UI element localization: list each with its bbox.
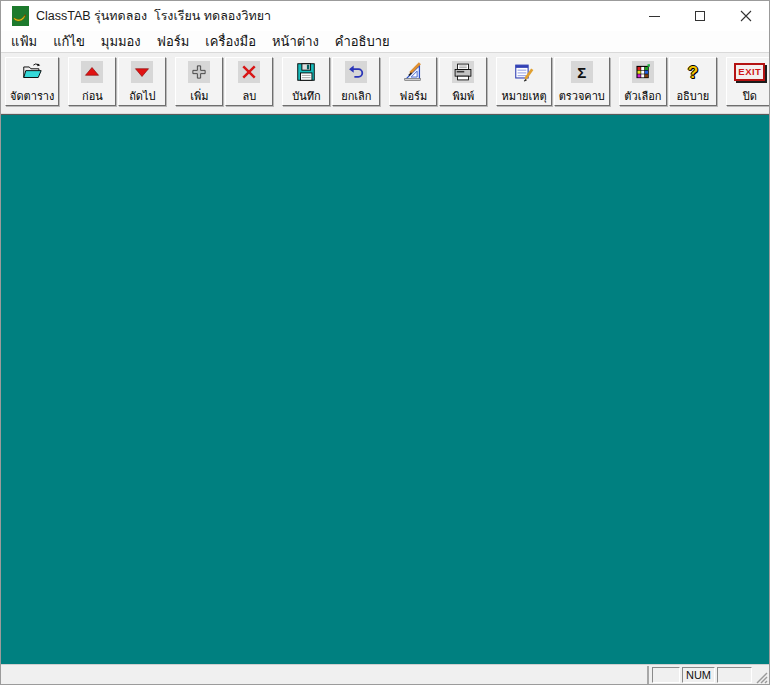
previous-button[interactable]: ก่อน — [68, 57, 116, 106]
options-button[interactable]: ตัวเลือก — [619, 57, 667, 106]
window-controls — [631, 1, 769, 31]
status-bar: NUM — [1, 664, 769, 684]
minimize-icon — [649, 16, 660, 17]
toolbar-button-label: ยกเลิก — [341, 91, 371, 103]
toolbar-button-label: ตัวเลือก — [624, 91, 661, 103]
save-floppy-icon — [295, 61, 317, 83]
close-icon — [740, 10, 752, 22]
close-app-button[interactable]: EXIT ปิด — [726, 57, 770, 106]
toolbar-button-label: ก่อน — [82, 91, 103, 103]
toolbar-button-label: ถัดไป — [129, 91, 155, 103]
resize-grip[interactable] — [754, 668, 768, 684]
menu-item-file[interactable]: แฟ้ม — [3, 29, 45, 54]
maximize-button[interactable] — [677, 1, 723, 31]
help-question-icon: ? — [682, 61, 704, 83]
delete-x-icon — [238, 61, 260, 83]
down-triangle-icon — [131, 61, 153, 83]
add-button[interactable]: เพิ่ม — [175, 57, 223, 106]
check-periods-button[interactable]: Σ ตรวจคาบ — [554, 57, 610, 106]
undo-icon — [345, 61, 367, 83]
app-window: ClassTAB รุ่นทดลอง โรงเรียน ทดลองวิทยา แ… — [0, 0, 770, 685]
close-button[interactable] — [723, 1, 769, 31]
toolbar-button-label: ลบ — [243, 91, 257, 103]
menu-item-edit[interactable]: แก้ไข — [45, 29, 93, 54]
toolbar-group-save: บันทึก ยกเลิก — [282, 57, 380, 106]
note-pencil-icon — [513, 61, 535, 83]
menu-item-tools[interactable]: เครื่องมือ — [197, 29, 264, 54]
sigma-glyph: Σ — [577, 65, 586, 80]
form-button[interactable]: ฟอร์ม — [389, 57, 437, 106]
toolbar-group-settings: ตัวเลือก ? อธิบาย — [619, 57, 717, 106]
menu-item-help[interactable]: คำอธิบาย — [327, 29, 398, 54]
sigma-icon: Σ — [571, 61, 593, 83]
toolbar-button-label: หมายเหตุ — [501, 91, 546, 103]
toolbar-group-output: ฟอร์ม พิมพ์ — [389, 57, 487, 106]
options-grid-icon — [632, 61, 654, 83]
window-title: ClassTAB รุ่นทดลอง โรงเรียน ทดลองวิทยา — [36, 6, 271, 26]
toolbar-group-check: หมายเหตุ Σ ตรวจคาบ — [496, 57, 609, 106]
save-button[interactable]: บันทึก — [282, 57, 330, 106]
banana-app-icon — [9, 6, 29, 26]
title-bar: ClassTAB รุ่นทดลอง โรงเรียน ทดลองวิทยา — [1, 1, 769, 31]
menu-item-window[interactable]: หน้าต่าง — [264, 29, 327, 54]
plus-icon — [188, 61, 210, 83]
toolbar-button-label: อธิบาย — [676, 91, 709, 103]
maximize-icon — [695, 11, 705, 21]
question-glyph: ? — [688, 64, 698, 81]
note-button[interactable]: หมายเหตุ — [496, 57, 551, 106]
menu-item-view[interactable]: มุมมอง — [93, 29, 149, 54]
toolbar-button-label: บันทึก — [292, 91, 320, 103]
status-panel-scrl — [717, 667, 752, 683]
exit-icon: EXIT — [739, 61, 761, 83]
minimize-button[interactable] — [631, 1, 677, 31]
undo-button[interactable]: ยกเลิก — [332, 57, 380, 106]
toolbar-button-label: จัดตาราง — [10, 91, 54, 103]
toolbar-group-record: เพิ่ม ลบ — [175, 57, 273, 106]
exit-sign-glyph: EXIT — [734, 63, 765, 81]
schedule-button[interactable]: จัดตาราง — [5, 57, 59, 106]
printer-icon — [452, 61, 474, 83]
print-button[interactable]: พิมพ์ — [439, 57, 487, 106]
menu-bar: แฟ้ม แก้ไข มุมมอง ฟอร์ม เครื่องมือ หน้าต… — [1, 31, 769, 53]
up-triangle-icon — [81, 61, 103, 83]
statusbar-divider — [647, 666, 649, 684]
toolbar-group-exit: EXIT ปิด — [726, 57, 770, 106]
toolbar-button-label: เพิ่ม — [190, 91, 208, 103]
toolbar-button-label: ปิด — [743, 91, 757, 103]
help-button[interactable]: ? อธิบาย — [669, 57, 717, 106]
toolbar-group-navigate: ก่อน ถัดไป — [68, 57, 166, 106]
toolbar-button-label: ฟอร์ม — [400, 91, 428, 103]
mdi-client-area — [1, 114, 769, 664]
open-folder-icon — [21, 61, 43, 83]
next-button[interactable]: ถัดไป — [118, 57, 166, 106]
delete-button[interactable]: ลบ — [225, 57, 273, 106]
toolbar: จัดตาราง ก่อน ถัดไป — [1, 53, 769, 114]
toolbar-button-label: พิมพ์ — [452, 91, 474, 103]
status-panel-caps — [652, 667, 680, 683]
status-panel-num: NUM — [682, 667, 715, 683]
toolbar-group-schedule: จัดตาราง — [5, 57, 59, 106]
menu-item-form[interactable]: ฟอร์ม — [149, 29, 198, 54]
form-setsquare-icon — [402, 61, 424, 83]
toolbar-button-label: ตรวจคาบ — [559, 91, 605, 103]
